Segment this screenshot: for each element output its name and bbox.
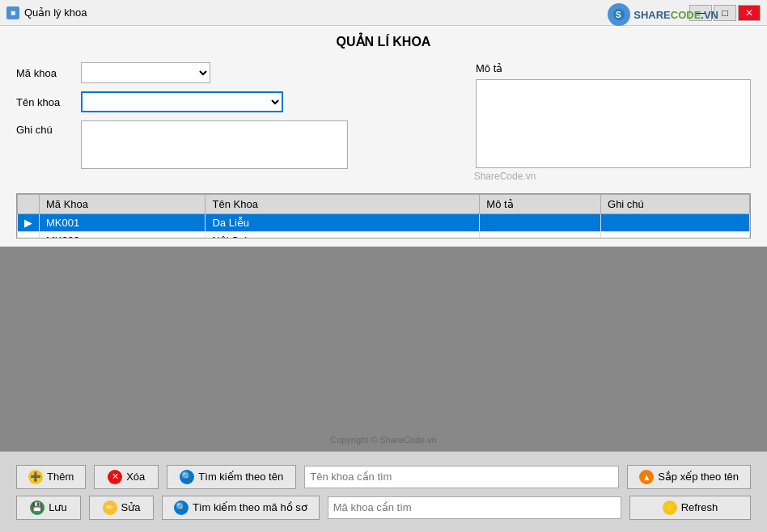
cell-ghiChu [601, 214, 750, 232]
logo-icon: S [608, 3, 630, 26]
ma-khoa-can-tim-input[interactable] [328, 496, 621, 519]
ghi-chu-input[interactable] [81, 120, 348, 169]
logo-text: SHARECODE.VN [634, 9, 718, 21]
form-title: QUẢN LÍ KHOA [16, 34, 751, 49]
cell-tenKhoa: Da Liễu [206, 214, 480, 232]
form-left: Mã khoa Tên khoa Ghi chú [16, 62, 460, 169]
col-ma-khoa: Mã Khoa [40, 195, 206, 214]
col-mo-ta: Mô tả [480, 195, 601, 214]
row-indicator-col [18, 195, 40, 214]
xoa-label: Xóa [126, 471, 145, 483]
ghi-chu-row: Ghi chú [16, 120, 460, 169]
ma-khoa-row: Mã khoa [16, 62, 460, 83]
sap-xep-ten-button[interactable]: ▲ Sắp xếp theo tên [627, 465, 751, 489]
them-icon: ➕ [28, 470, 43, 484]
row-indicator: ▶ [18, 214, 40, 232]
cell-ghiChu [601, 232, 750, 239]
mo-ta-label: Mô tả [476, 62, 751, 74]
bottom-row-2: 💾 Lưu ✏ Sửa 🔍 Tìm kiếm theo mã hồ sơ ⚡ R… [16, 496, 751, 520]
copyright-text: Copyright © ShareCode.vn [0, 435, 767, 445]
sua-label: Sửa [121, 501, 141, 513]
sort-ten-icon: ▲ [639, 470, 654, 484]
refresh-label: Refresh [681, 501, 718, 513]
title-bar-left: ■ Quản lý khoa [6, 6, 87, 19]
table-header-row: Mã Khoa Tên Khoa Mô tả Ghi chú [18, 195, 750, 214]
close-button[interactable]: ✕ [738, 5, 761, 21]
form-area: Mã khoa Tên khoa Ghi chú Mô tả [16, 62, 751, 169]
search-ma-icon: 🔍 [174, 500, 189, 515]
app-icon: ■ [6, 6, 19, 19]
refresh-button[interactable]: ⚡ Refresh [629, 496, 751, 520]
ten-khoa-can-tim-input[interactable] [304, 466, 619, 488]
them-button[interactable]: ➕ Thêm [16, 465, 86, 489]
bottom-panel: ➕ Thêm ✕ Xóa 🔍 Tìm kiếm theo tên ▲ Sắp x… [0, 451, 767, 532]
luu-button[interactable]: 💾 Lưu [16, 496, 81, 520]
cell-maKhoa: MK002 [40, 232, 206, 239]
tim-kiem-ma-button[interactable]: 🔍 Tìm kiếm theo mã hồ sơ [162, 496, 320, 520]
search-ten-icon: 🔍 [180, 470, 194, 484]
cell-tenKhoa: Nội Soi [206, 232, 480, 239]
xoa-icon: ✕ [108, 470, 122, 484]
form-right: Mô tả [476, 62, 751, 169]
col-ghi-chu: Ghi chú [601, 195, 750, 214]
ma-khoa-select[interactable] [81, 62, 210, 83]
sua-button[interactable]: ✏ Sửa [89, 496, 154, 520]
table-row[interactable]: MK002Nội Soi [18, 232, 750, 239]
title-bar-title: Quản lý khoa [24, 6, 87, 19]
col-ten-khoa: Tên Khoa [206, 195, 480, 214]
sap-xep-ten-label: Sắp xếp theo tên [658, 471, 739, 483]
cell-maKhoa: MK001 [40, 214, 206, 232]
bottom-row-1: ➕ Thêm ✕ Xóa 🔍 Tìm kiếm theo tên ▲ Sắp x… [16, 465, 751, 489]
cell-moTa [480, 214, 601, 232]
luu-icon: 💾 [30, 500, 44, 515]
logo-area: S SHARECODE.VN [608, 3, 718, 26]
tim-kiem-ten-label: Tìm kiếm theo tên [198, 471, 283, 483]
table-body: ▶MK001Da LiễuMK002Nội SoiMK003Sinh SảnMK… [18, 214, 750, 239]
data-table: Mã Khoa Tên Khoa Mô tả Ghi chú ▶MK001Da … [17, 194, 750, 239]
row-indicator [18, 232, 40, 239]
ten-khoa-select[interactable] [81, 91, 283, 112]
table-container: Mã Khoa Tên Khoa Mô tả Ghi chú ▶MK001Da … [16, 193, 751, 239]
tim-kiem-ma-label: Tìm kiếm theo mã hồ sơ [193, 501, 307, 513]
xoa-button[interactable]: ✕ Xóa [94, 465, 159, 489]
watermark: ShareCode.vn [138, 171, 767, 182]
luu-label: Lưu [49, 501, 66, 513]
ghi-chu-label: Ghi chú [16, 124, 73, 136]
them-label: Thêm [47, 471, 74, 483]
table-row[interactable]: ▶MK001Da Liễu [18, 214, 750, 232]
gray-panel [0, 247, 767, 451]
refresh-icon: ⚡ [663, 500, 677, 515]
ten-khoa-label: Tên khoa [16, 96, 73, 108]
tim-kiem-ten-button[interactable]: 🔍 Tìm kiếm theo tên [167, 465, 296, 489]
svg-text:S: S [616, 11, 621, 19]
sua-icon: ✏ [103, 500, 117, 515]
ma-khoa-label: Mã khoa [16, 67, 73, 79]
mo-ta-input[interactable] [476, 79, 751, 168]
cell-moTa [480, 232, 601, 239]
ten-khoa-row: Tên khoa [16, 91, 460, 112]
main-content: QUẢN LÍ KHOA Mã khoa Tên khoa Ghi chú Mô… [0, 26, 767, 247]
title-bar: ■ Quản lý khoa S SHARECODE.VN — □ ✕ [0, 0, 767, 26]
